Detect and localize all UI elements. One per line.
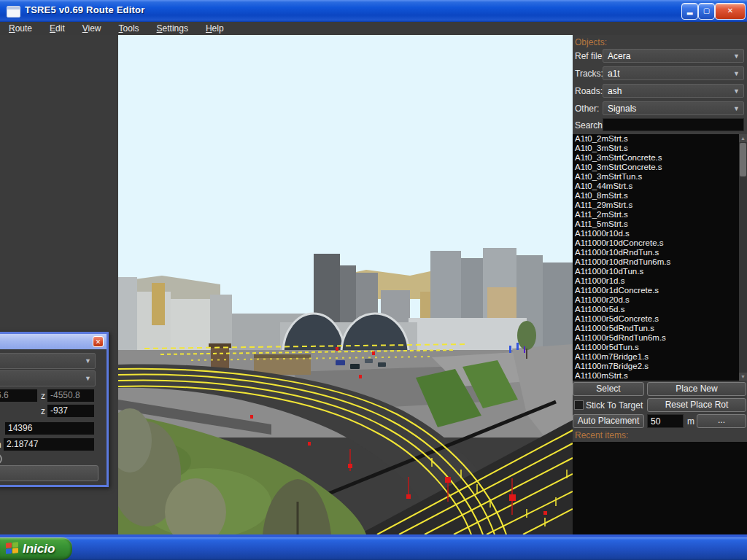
recent-items-label: Recent items:	[575, 430, 628, 440]
list-item[interactable]: A1t0_3mStrtConcrete.s	[573, 163, 739, 172]
scroll-down-icon[interactable]: ▼	[739, 373, 747, 381]
list-item[interactable]: A1t100mStrt.s	[573, 371, 739, 381]
rotation-field[interactable]: 2.18747	[4, 438, 94, 451]
list-item[interactable]: A1t1_2mStrt.s	[573, 210, 739, 219]
list-item[interactable]: A1t1000r20d.s	[573, 295, 739, 305]
window-titlebar[interactable]: TSRE5 v0.69 Route Editor ▂ ▢ ✕	[0, 0, 747, 22]
chevron-down-icon: ▼	[733, 102, 740, 116]
menu-help[interactable]: Help	[197, 22, 233, 35]
list-item[interactable]: A1t1_5mStrt.s	[573, 219, 739, 229]
window-title: TSRE5 v0.69 Route Editor	[25, 4, 144, 15]
other-label: Other:	[575, 104, 599, 114]
x-coordinate-field[interactable]: 6.6	[0, 389, 37, 402]
menu-edit[interactable]: Edit	[41, 22, 74, 35]
dialog-titlebar[interactable]: ✕	[0, 334, 107, 349]
reset-place-rot-button[interactable]: Reset Place Rot	[647, 398, 746, 412]
list-item[interactable]: A1t1000r5dTun.s	[573, 343, 739, 352]
menu-tools[interactable]: Tools	[110, 22, 148, 35]
menu-bar: Route Edit View Tools Settings Help	[0, 22, 747, 35]
list-item[interactable]: A1t0_3mStrtTun.s	[573, 172, 739, 182]
list-item[interactable]: A1t0_3mStrtConcrete.s	[573, 153, 739, 163]
taskbar: Inicio » Hospitalet-Martorell ... TSRE5 …	[0, 537, 747, 560]
unit-label: m	[687, 416, 694, 427]
id-field[interactable]: 14396	[5, 422, 94, 435]
list-item[interactable]: A1t1000r5d.s	[573, 305, 739, 314]
minimize-button[interactable]: ▂	[681, 3, 698, 20]
rotation-label: n	[0, 440, 1, 450]
list-item[interactable]: A1t1000r10dRndTun.s	[573, 248, 739, 257]
z2-label: z	[41, 406, 45, 416]
chevron-down-icon: ▼	[85, 371, 91, 386]
objects-panel: Objects: Ref file: Acera ▼ Tracks: a1t ▼…	[573, 35, 747, 534]
z1-label: z	[41, 391, 45, 401]
roads-dropdown[interactable]: ash ▼	[603, 84, 744, 98]
place-new-button[interactable]: Place New	[647, 382, 746, 396]
maximize-button[interactable]: ▢	[698, 3, 715, 20]
list-item[interactable]: A1t1000r10dRndTun6m.s	[573, 257, 739, 267]
ref-file-dropdown[interactable]: Acera ▼	[603, 49, 744, 63]
select-button[interactable]: Select	[573, 382, 644, 396]
ref-file-label: Ref file:	[575, 51, 605, 61]
properties-dialog: ✕ ▼ ▼ 6.6 z -4550.8 z -937 14396 n 2.187…	[0, 332, 109, 487]
list-scrollbar[interactable]: ▲ ▼	[739, 134, 747, 381]
stick-to-target-checkbox[interactable]	[574, 400, 584, 410]
list-item[interactable]: A1t1000r1dConcrete.s	[573, 286, 739, 295]
menu-route[interactable]: Route	[0, 22, 41, 35]
list-item[interactable]: A1t1000r1d.s	[573, 276, 739, 286]
menu-settings[interactable]: Settings	[148, 22, 197, 35]
search-input[interactable]	[603, 118, 744, 131]
list-item[interactable]: A1t1000r5dConcrete.s	[573, 314, 739, 324]
tracks-label: Tracks:	[575, 69, 603, 79]
roads-label: Roads:	[575, 86, 603, 96]
chevron-down-icon: ▼	[733, 67, 740, 81]
viewport-3d-scene[interactable]	[118, 35, 573, 534]
list-item[interactable]: A1t100m7Bridge1.s	[573, 352, 739, 362]
dialog-bottom-button[interactable]	[0, 465, 98, 481]
chevron-down-icon: ▼	[733, 85, 740, 98]
list-item[interactable]: A1t1000r10dTun.s	[573, 267, 739, 276]
tracks-dropdown[interactable]: a1t ▼	[603, 66, 744, 80]
list-item[interactable]: A1t0_8mStrt.s	[573, 191, 739, 201]
dialog-dropdown-1[interactable]: ▼	[0, 353, 96, 369]
chevron-down-icon: ▼	[733, 50, 740, 63]
list-item[interactable]: A1t1000r5dRndTun6m.s	[573, 333, 739, 343]
scrollbar-thumb[interactable]	[740, 143, 746, 176]
list-item[interactable]: A1t0_44mStrt.s	[573, 182, 739, 191]
list-item[interactable]: A1t0_2mStrt.s	[573, 134, 739, 144]
chevron-down-icon: ▼	[85, 354, 91, 368]
partial-glyph	[0, 454, 2, 464]
list-item[interactable]: A1t0_3mStrt.s	[573, 144, 739, 153]
dialog-close-button[interactable]: ✕	[93, 336, 104, 347]
objects-panel-title: Objects:	[575, 37, 607, 47]
auto-placement-distance-input[interactable]	[647, 414, 684, 428]
z-offset-field[interactable]: -937	[47, 405, 94, 417]
search-label: Search:	[575, 120, 605, 131]
recent-items-list[interactable]	[573, 442, 747, 534]
list-item[interactable]: A1t1000r5dRndTun.s	[573, 324, 739, 333]
list-item[interactable]: A1t1000r10dConcrete.s	[573, 238, 739, 248]
list-item[interactable]: A1t1_29mStrt.s	[573, 201, 739, 210]
app-icon	[7, 6, 20, 18]
auto-placement-button[interactable]: Auto Placement	[573, 414, 644, 428]
z-coordinate-field[interactable]: -4550.8	[47, 389, 94, 402]
scroll-up-icon[interactable]: ▲	[739, 134, 747, 142]
object-list: A1t0_2mStrt.s A1t0_3mStrt.s A1t0_3mStrtC…	[573, 134, 739, 381]
dialog-dropdown-2[interactable]: ▼	[0, 370, 96, 386]
other-dropdown[interactable]: Signals ▼	[603, 101, 744, 115]
close-button[interactable]: ✕	[715, 3, 746, 20]
start-button[interactable]: Inicio	[0, 537, 72, 560]
more-options-button[interactable]: ...	[697, 414, 746, 428]
stick-to-target-label: Stick To Target	[586, 400, 643, 411]
menu-view[interactable]: View	[74, 22, 110, 35]
list-item[interactable]: A1t100m7Bridge2.s	[573, 362, 739, 371]
windows-logo-icon	[6, 542, 19, 555]
list-item[interactable]: A1t1000r10d.s	[573, 229, 739, 238]
